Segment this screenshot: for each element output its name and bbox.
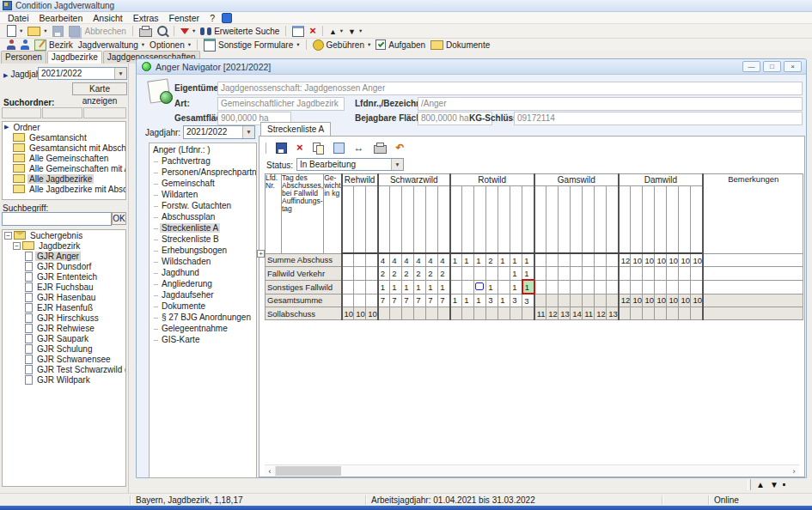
tree-item-gjr-schwanensee[interactable]: GJR Schwanensee [3,354,125,364]
grid-cell[interactable] [691,267,703,281]
grid-cell[interactable] [342,267,354,281]
fit-columns-button[interactable] [351,142,367,154]
grid-cell[interactable]: 10 [631,253,643,267]
window-titlebar[interactable]: Anger Navigator [2021/2022] — □ × [137,59,806,75]
navtree-item-gemeinschaft[interactable]: Gemeinschaft [151,179,254,190]
prev-record-button[interactable]: ▾ [327,25,345,37]
grid-cell[interactable] [571,253,583,267]
grid-cell[interactable] [631,267,643,281]
grid-cell[interactable] [378,307,390,320]
tree-item-gjr-hirschkuss[interactable]: GJR Hirschkuss [3,313,125,323]
grid-cell[interactable]: 1 [498,294,510,307]
grid-cell[interactable]: 2 [390,267,402,281]
grid-cell[interactable] [354,267,366,281]
grid-cell[interactable] [583,253,595,267]
tree-root-suchergebnis[interactable]: −Suchergebnis [3,230,125,240]
tree-item-gjr-ententeich[interactable]: GJR Ententeich [3,271,125,282]
navtree-item-gis-karte[interactable]: GIS-Karte [151,335,254,346]
horizontal-scrollbar[interactable]: ‹ › [265,464,799,477]
grid-cell[interactable]: 12 [619,294,631,307]
navtree-item-streckenliste-a[interactable]: Streckenliste A [151,223,254,234]
navtree-item-wildarten[interactable]: Wildarten [151,190,254,201]
chevron-down-icon[interactable]: ▾ [192,27,195,34]
tree-item-gjr-rehwiese[interactable]: GJR Rehwiese [3,323,125,333]
tab-jagdbezirke[interactable]: Jagdbezirke [47,51,102,64]
grid-cell[interactable]: 1 [510,253,522,267]
filter-button[interactable]: ▾ [178,25,198,37]
tree-item-gesamtansicht-mit-abschusspl-nen[interactable]: Gesamtansicht mit Abschussplänen [3,143,125,153]
grid-cell[interactable]: 11 [534,307,546,320]
grid-cell[interactable]: 7 [390,294,402,307]
grid-cell[interactable] [595,267,607,281]
grid-cell[interactable] [571,294,583,307]
grid-cell[interactable] [583,294,595,307]
grid-cell[interactable]: 10 [354,307,366,320]
tree-item-gjr-wildpark[interactable]: GJR Wildpark [3,374,125,385]
grid-cell[interactable]: 10 [691,294,703,307]
grid-cell[interactable]: 1 [462,253,474,267]
grid-cell[interactable] [607,280,619,294]
tree-item-gjr-dunsdorf[interactable]: GJR Dunsdorf [3,261,125,271]
collapse-icon[interactable]: − [13,242,21,250]
tree-group-jagdbezirk[interactable]: −Jagdbezirk [3,240,125,251]
tab-personen[interactable]: Personen [1,51,46,64]
grid-cell[interactable] [342,253,354,267]
grid-cell[interactable]: 1 [474,253,486,267]
tree-item-gjr-anger[interactable]: GJR Anger [3,251,125,261]
grid-cell[interactable]: 4 [390,253,402,267]
insert-row-button[interactable] [331,142,347,154]
grid-cell[interactable]: 7 [426,294,438,307]
record-down-icon[interactable]: ▼ [767,478,781,491]
benutzer-button[interactable] [4,39,18,51]
grid-cell[interactable]: 10 [655,294,667,307]
navtree-item-wildschaden[interactable]: Wildschaden [151,257,254,268]
grid-cell[interactable]: 1 [450,253,462,267]
grid-cell[interactable] [571,280,583,294]
grid-cell[interactable] [498,267,510,281]
grid-cell[interactable] [366,253,378,267]
suchbegriff-input[interactable] [2,212,112,226]
grid-cell[interactable] [607,253,619,267]
grid-cell[interactable] [595,280,607,294]
grid-cell[interactable]: 1 [510,280,522,294]
chevron-down-icon[interactable]: ▼ [242,126,254,138]
grid-cell[interactable] [474,280,486,294]
grid-cell[interactable] [522,307,534,320]
collapse-icon[interactable]: − [4,232,12,240]
scroll-right-icon[interactable]: › [789,466,799,477]
grid-cell[interactable] [534,267,546,281]
new-document-button[interactable]: ▾ [4,25,25,37]
grid-cell[interactable] [679,280,691,294]
dokumente-button[interactable]: Dokumente [428,39,492,51]
help-window-icon[interactable] [222,13,232,23]
person-button[interactable] [18,39,32,51]
print-list-button[interactable] [371,142,389,154]
grid-cell[interactable] [667,280,679,294]
aufgaben-button[interactable]: Aufgaben [373,39,428,51]
grid-cell[interactable]: 10 [691,253,703,267]
grid-cell[interactable]: 10 [631,294,643,307]
grid-cell[interactable]: 10 [679,294,691,307]
tree-item-alle-jagdbezirke-mit-abschusspl-nen[interactable]: Alle Jagdbezirke mit Abschussplänen [3,184,125,194]
grid-cell[interactable] [559,267,571,281]
grid-cell[interactable]: 10 [679,253,691,267]
sonstige-formulare-button[interactable]: Sonstige Formulare▾ [201,39,302,51]
grid-cell[interactable] [510,307,522,320]
grid-cell[interactable] [438,307,450,320]
grid-cell[interactable] [450,267,462,281]
chevron-down-icon[interactable]: ▼ [391,159,403,170]
grid-cell[interactable] [342,294,354,307]
grid-cell[interactable] [691,280,703,294]
grid-cell[interactable] [631,307,643,320]
navtree-item-personen-ansprechpartner[interactable]: Personen/Ansprechpartner [151,167,254,179]
grid-cell[interactable] [474,307,486,320]
grid-cell[interactable]: 10 [643,294,655,307]
grid-cell[interactable] [583,267,595,281]
tree-item-gesamtansicht[interactable]: Gesamtansicht [3,132,125,143]
tree-item-alle-gemeinschaften-mit-abschusspl-nen[interactable]: Alle Gemeinschaften mit Abschussplänen [3,163,125,173]
chevron-down-icon[interactable]: ▾ [296,41,299,48]
grid-cell[interactable] [631,280,643,294]
scrollbar-thumb[interactable] [276,466,341,476]
print-button[interactable] [137,25,155,37]
grid-cell[interactable]: 7 [402,294,414,307]
